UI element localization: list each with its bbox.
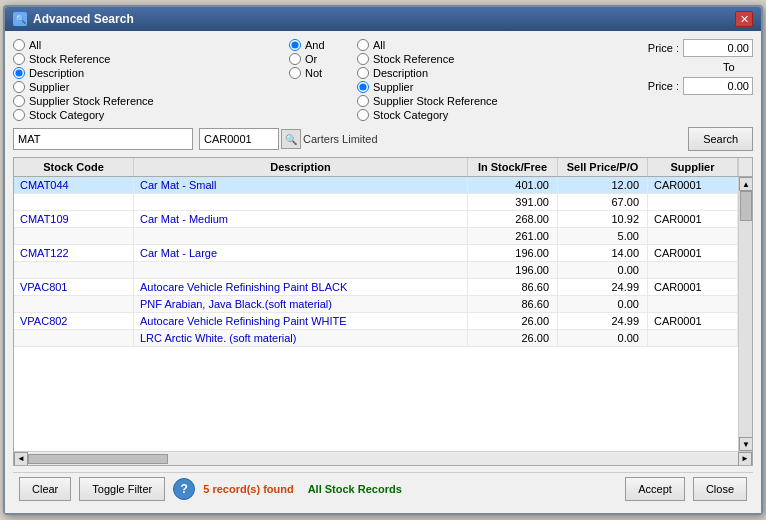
cell-instock: 196.00: [468, 245, 558, 261]
radio-supplier-1[interactable]: Supplier: [13, 81, 281, 93]
radio-stock-ref-1[interactable]: Stock Reference: [13, 53, 281, 65]
radio-or[interactable]: Or: [289, 53, 349, 65]
scroll-left-button[interactable]: ◄: [14, 452, 28, 466]
cell-description: [134, 194, 468, 210]
toggle-filter-button[interactable]: Toggle Filter: [79, 477, 165, 501]
scroll-right-button[interactable]: ►: [738, 452, 752, 466]
scroll-down-button[interactable]: ▼: [739, 437, 752, 451]
cell-stock-code: [14, 194, 134, 210]
cell-instock: 26.00: [468, 330, 558, 346]
cell-description: [134, 262, 468, 278]
accept-button[interactable]: Accept: [625, 477, 685, 501]
cell-stock-code: [14, 296, 134, 312]
logic-group: And Or Not: [289, 39, 349, 121]
table-row[interactable]: CMAT122 Car Mat - Large 196.00 14.00 CAR…: [14, 245, 738, 262]
cell-instock: 268.00: [468, 211, 558, 227]
col-header-instock: In Stock/Free: [468, 158, 558, 176]
cell-description: [134, 228, 468, 244]
clear-button[interactable]: Clear: [19, 477, 71, 501]
col-header-sell-price: Sell Price/P/O: [558, 158, 648, 176]
radio-all-1[interactable]: All: [13, 39, 281, 51]
close-window-button[interactable]: ✕: [735, 11, 753, 27]
cell-description: Car Mat - Large: [134, 245, 468, 261]
radio-and[interactable]: And: [289, 39, 349, 51]
cell-instock: 401.00: [468, 177, 558, 193]
window-body: All Stock Reference Description Supplier…: [5, 31, 761, 513]
radio-supplier-stock-2[interactable]: Supplier Stock Reference: [357, 95, 625, 107]
radio-stock-cat-1[interactable]: Stock Category: [13, 109, 281, 121]
cell-sell: 0.00: [558, 330, 648, 346]
table-row[interactable]: 196.00 0.00: [14, 262, 738, 279]
cell-description: Car Mat - Medium: [134, 211, 468, 227]
cell-sell: 0.00: [558, 262, 648, 278]
table-row[interactable]: PNF Arabian, Java Black.(soft material) …: [14, 296, 738, 313]
table-row[interactable]: 391.00 67.00: [14, 194, 738, 211]
help-button[interactable]: ?: [173, 478, 195, 500]
table-row[interactable]: CMAT044 Car Mat - Small 401.00 12.00 CAR…: [14, 177, 738, 194]
col-header-description: Description: [134, 158, 468, 176]
cell-description: LRC Arctic White. (soft material): [134, 330, 468, 346]
advanced-search-window: 🔍 Advanced Search ✕ All Stock Reference …: [3, 5, 763, 515]
radio-stock-ref-2[interactable]: Stock Reference: [357, 53, 625, 65]
cell-instock: 26.00: [468, 313, 558, 329]
cell-stock-code: VPAC802: [14, 313, 134, 329]
radio-supplier-2[interactable]: Supplier: [357, 81, 625, 93]
radio-supplier-stock-1[interactable]: Supplier Stock Reference: [13, 95, 281, 107]
cell-sell: 5.00: [558, 228, 648, 244]
price-to-price-label: Price :: [648, 80, 679, 92]
cell-instock: 391.00: [468, 194, 558, 210]
supplier-search: 🔍 Carters Limited: [199, 128, 403, 150]
horizontal-scrollbar[interactable]: ◄ ►: [14, 451, 752, 465]
table-body-container: CMAT044 Car Mat - Small 401.00 12.00 CAR…: [14, 177, 752, 451]
cell-supplier: CAR0001: [648, 313, 738, 329]
supplier-code-input[interactable]: [199, 128, 279, 150]
table-row[interactable]: 261.00 5.00: [14, 228, 738, 245]
price-from-row: Price :: [648, 39, 753, 57]
hscroll-track[interactable]: [28, 453, 738, 465]
hscroll-thumb[interactable]: [28, 454, 168, 464]
price-to-input[interactable]: [683, 77, 753, 95]
cell-description: PNF Arabian, Java Black.(soft material): [134, 296, 468, 312]
table-row[interactable]: VPAC801 Autocare Vehicle Refinishing Pai…: [14, 279, 738, 296]
table-row[interactable]: VPAC802 Autocare Vehicle Refinishing Pai…: [14, 313, 738, 330]
cell-stock-code: CMAT044: [14, 177, 134, 193]
col-header-supplier: Supplier: [648, 158, 738, 176]
cell-sell: 24.99: [558, 313, 648, 329]
cell-stock-code: CMAT122: [14, 245, 134, 261]
price-from-label: Price :: [648, 42, 679, 54]
table-row[interactable]: CMAT109 Car Mat - Medium 268.00 10.92 CA…: [14, 211, 738, 228]
cell-sell: 12.00: [558, 177, 648, 193]
price-from-input[interactable]: [683, 39, 753, 57]
cell-supplier: CAR0001: [648, 279, 738, 295]
radio-all-2[interactable]: All: [357, 39, 625, 51]
cell-supplier: [648, 330, 738, 346]
supplier-search-icon-btn[interactable]: 🔍: [281, 129, 301, 149]
bottom-bar: Clear Toggle Filter ? 5 record(s) found …: [13, 472, 753, 505]
cell-supplier: [648, 296, 738, 312]
radio-description-2[interactable]: Description: [357, 67, 625, 79]
cell-stock-code: CMAT109: [14, 211, 134, 227]
table-row[interactable]: LRC Arctic White. (soft material) 26.00 …: [14, 330, 738, 347]
cell-sell: 14.00: [558, 245, 648, 261]
stock-records-text: All Stock Records: [308, 483, 402, 495]
supplier-name-display: Carters Limited: [303, 133, 403, 145]
search-term-input[interactable]: [13, 128, 193, 150]
radio-stock-cat-2[interactable]: Stock Category: [357, 109, 625, 121]
col-header-stock-code: Stock Code: [14, 158, 134, 176]
cell-stock-code: VPAC801: [14, 279, 134, 295]
cell-supplier: [648, 228, 738, 244]
table-rows: CMAT044 Car Mat - Small 401.00 12.00 CAR…: [14, 177, 738, 451]
cell-stock-code: [14, 262, 134, 278]
vertical-scrollbar[interactable]: ▲ ▼: [738, 177, 752, 451]
cell-supplier: CAR0001: [648, 245, 738, 261]
filter-group-2: All Stock Reference Description Supplier…: [357, 39, 625, 121]
search-button[interactable]: Search: [688, 127, 753, 151]
price-to-price-row: Price :: [648, 77, 753, 95]
close-button[interactable]: Close: [693, 477, 747, 501]
cell-supplier: CAR0001: [648, 177, 738, 193]
price-group: Price : To Price :: [633, 39, 753, 121]
price-to-row: To: [723, 61, 753, 73]
radio-description-1[interactable]: Description: [13, 67, 281, 79]
radio-not[interactable]: Not: [289, 67, 349, 79]
scroll-up-button[interactable]: ▲: [739, 177, 752, 191]
